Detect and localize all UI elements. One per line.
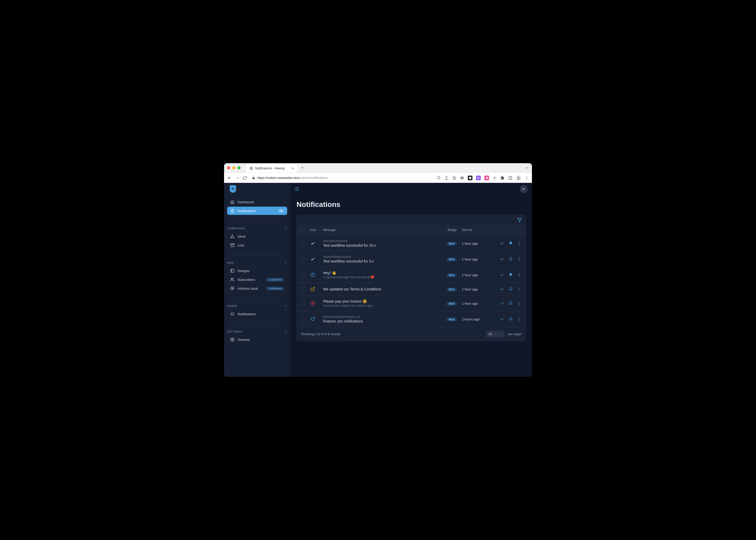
sidebar-item-notifications[interactable]: Notifications (227, 310, 287, 318)
bookmark-button[interactable] (509, 241, 513, 245)
svg-point-29 (519, 260, 520, 261)
logo[interactable]: N (224, 183, 290, 195)
maximize-window-button[interactable] (237, 166, 240, 169)
chevron-up-icon (284, 261, 287, 265)
tab-overflow-button[interactable] (525, 166, 529, 170)
sidebar-item-label: Send (237, 234, 245, 238)
sidepanel-icon[interactable] (508, 176, 512, 180)
row-menu-button[interactable] (517, 301, 521, 306)
mark-read-button[interactable] (500, 317, 504, 321)
search-icon[interactable] (437, 176, 441, 180)
extension-icon[interactable]: ⊞ (484, 176, 489, 180)
header-icon: Icon (310, 228, 323, 232)
sidebar-item-subscribers[interactable]: Subscribers1 subscriber (227, 275, 287, 284)
sidebar-item-general[interactable]: General (227, 336, 287, 344)
row-subtitle: laravel/framework (323, 239, 441, 243)
status-badge: NEW (447, 302, 457, 306)
extension-icon[interactable]: D (476, 176, 481, 180)
url-text: https://notion-newsletter.test/admin/not… (257, 176, 328, 180)
row-menu-button[interactable] (517, 241, 521, 245)
row-checkbox[interactable] (301, 287, 305, 291)
section-header-mail[interactable]: MAIL (224, 258, 290, 267)
svg-point-19 (232, 339, 233, 340)
section-header-admin[interactable]: ADMIN (224, 301, 290, 310)
mark-read-button[interactable] (500, 257, 504, 261)
section-header-campaigns[interactable]: CAMPAIGNS (224, 223, 290, 232)
bookmark-button[interactable] (509, 273, 513, 277)
row-menu-button[interactable] (517, 257, 521, 261)
svg-point-37 (519, 288, 520, 288)
row-checkbox[interactable] (301, 273, 305, 277)
mark-read-button[interactable] (500, 273, 504, 277)
section-label: CAMPAIGNS (227, 227, 245, 230)
cog-icon (230, 338, 234, 341)
reload-button[interactable] (243, 176, 247, 180)
profile-avatar[interactable] (516, 175, 521, 181)
table-header: Icon Message Badge Sent at (297, 225, 526, 235)
settings-icon[interactable] (493, 176, 497, 180)
header-sent: Sent at (462, 228, 490, 232)
row-message: Please pay your invoice 🤓Your invoice ex… (323, 299, 441, 308)
menu-icon[interactable] (525, 176, 529, 180)
forward-button[interactable] (235, 176, 239, 180)
sidebar-item-label: General (237, 338, 249, 341)
extensions-icon[interactable] (500, 176, 505, 180)
app: N DashboardNotifications6 CAMPAIGNSSendL… (224, 183, 532, 377)
sidebar-item-dashboard[interactable]: Dashboard (227, 198, 287, 206)
sidebar-item-lists[interactable]: Lists (227, 241, 287, 249)
svg-text:N: N (231, 187, 234, 191)
bookmark-button[interactable] (509, 257, 513, 261)
sidebar-item-notifications[interactable]: Notifications6 (227, 206, 287, 215)
close-window-button[interactable] (227, 166, 230, 169)
send-icon (230, 234, 234, 238)
row-sent-at: 2 hours ago (462, 317, 490, 321)
row-menu-button[interactable] (517, 287, 521, 291)
address-field[interactable]: https://notion-newsletter.test/admin/not… (250, 175, 434, 181)
row-checkbox[interactable] (301, 241, 305, 245)
bookmark-button[interactable] (509, 301, 513, 306)
table-footer: Showing 1 to 6 of 6 results 10 per page (297, 327, 526, 341)
select-all-checkbox[interactable] (301, 228, 305, 232)
row-checkbox[interactable] (301, 257, 305, 261)
close-tab-button[interactable]: ✕ (291, 167, 294, 170)
divider (227, 255, 287, 255)
row-checkbox[interactable] (301, 301, 305, 306)
bookmark-button[interactable] (509, 287, 513, 291)
user-avatar[interactable]: R (520, 185, 528, 193)
row-menu-button[interactable] (517, 273, 521, 277)
archive-icon (230, 243, 234, 247)
svg-point-47 (519, 319, 520, 320)
sidebar-item-send[interactable]: Send (227, 232, 287, 240)
mark-read-button[interactable] (500, 241, 504, 245)
per-page-select[interactable]: 10 (486, 331, 504, 337)
bookmark-button[interactable] (509, 317, 513, 321)
mark-read-button[interactable] (500, 301, 504, 306)
status-badge: NEW (447, 288, 457, 292)
svg-point-1 (437, 176, 440, 179)
menu-toggle-button[interactable] (294, 187, 300, 192)
svg-line-36 (313, 287, 315, 289)
row-sent-at: 1 hour ago (462, 273, 490, 277)
browser-window: Notifications - Newsly ✕ + https://notio… (224, 163, 532, 377)
svg-point-38 (519, 289, 520, 290)
section-header-settings[interactable]: SETTINGS (224, 327, 290, 336)
sidebar-item-designs[interactable]: Designs (227, 267, 287, 275)
extension-icon[interactable]: ▣ (468, 176, 472, 180)
row-checkbox[interactable] (301, 317, 305, 321)
star-icon[interactable] (452, 176, 456, 180)
minimize-window-button[interactable] (232, 166, 235, 169)
svg-point-17 (231, 278, 232, 279)
filter-button[interactable] (517, 218, 522, 222)
row-menu-button[interactable] (517, 317, 521, 321)
extension-icon[interactable] (460, 176, 464, 180)
back-button[interactable] (227, 176, 232, 180)
browser-tab[interactable]: Notifications - Newsly ✕ (246, 164, 298, 173)
svg-point-8 (527, 176, 527, 177)
share-icon[interactable] (444, 176, 449, 180)
pill: 2 addresses (266, 287, 284, 290)
row-sent-at: 1 hour ago (462, 241, 490, 245)
svg-point-32 (313, 274, 313, 274)
mark-read-button[interactable] (500, 287, 504, 291)
sidebar-item-address-book[interactable]: Address book2 addresses (227, 284, 287, 293)
new-tab-button[interactable]: + (300, 165, 305, 171)
